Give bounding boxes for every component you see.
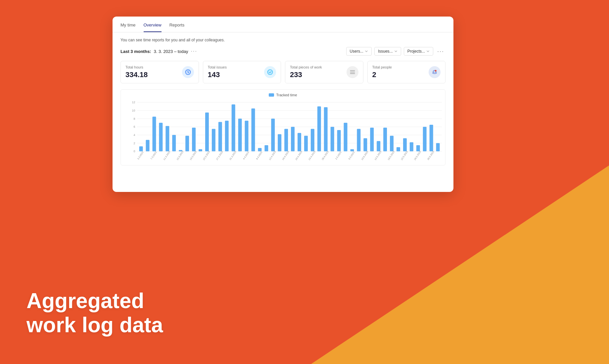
chart-bar xyxy=(245,121,249,151)
svg-text:20.4.2023: 20.4.2023 xyxy=(295,151,303,160)
svg-text:19.3.2023: 19.3.2023 xyxy=(189,151,197,160)
legend-color-box xyxy=(269,93,274,97)
chart-bar xyxy=(383,128,387,151)
chart-bar xyxy=(185,136,189,151)
chart-bar xyxy=(357,129,360,151)
chart-bar xyxy=(304,136,308,151)
chart-bar xyxy=(410,142,413,151)
stat-pieces-label: Total pieces of work xyxy=(290,65,322,69)
svg-text:10.5.2023: 10.5.2023 xyxy=(361,151,368,160)
chart-bar xyxy=(218,122,222,151)
stats-row: Total hours 334.18 Total issues 143 xyxy=(120,61,445,83)
users-filter-label: Users... xyxy=(350,49,363,54)
svg-text:3.3.2023: 3.3.2023 xyxy=(137,151,144,160)
stat-pieces-value: 233 xyxy=(290,70,322,79)
stat-people-value: 2 xyxy=(372,70,392,79)
svg-text:2.5.2023: 2.5.2023 xyxy=(335,151,342,160)
stat-card-issues: Total issues 143 xyxy=(203,61,281,83)
chart-bar xyxy=(238,119,242,152)
clock-icon xyxy=(182,66,194,78)
date-range-value: 3. 3. 2023 – today xyxy=(154,49,188,54)
stat-card-people: Total people 2 xyxy=(367,61,446,83)
svg-text:2: 2 xyxy=(133,141,135,145)
svg-text:23.3.2023: 23.3.2023 xyxy=(203,151,210,160)
svg-text:4.4.2023: 4.4.2023 xyxy=(243,151,250,160)
chevron-down-icon xyxy=(426,50,430,53)
stat-people-info: Total people 2 xyxy=(372,65,392,79)
chart-bar xyxy=(225,121,229,151)
stat-card-pieces: Total pieces of work 233 xyxy=(285,61,363,83)
chart-bar xyxy=(397,147,400,151)
svg-text:18.5.2023: 18.5.2023 xyxy=(387,151,395,160)
stat-card-hours: Total hours 334.18 xyxy=(120,61,199,83)
stat-issues-info: Total issues 143 xyxy=(208,65,227,79)
svg-text:30.5.2023: 30.5.2023 xyxy=(427,151,435,160)
chart-bar xyxy=(284,129,288,151)
date-prefix: Last 3 months: xyxy=(120,49,151,54)
chart-bar xyxy=(192,128,196,151)
svg-text:16.4.2023: 16.4.2023 xyxy=(282,151,289,160)
chart-svg-container: 0 2 4 6 8 10 12 3.3.20237.3.202311.3.202… xyxy=(124,99,442,162)
chart-area: Tracked time 0 2 4 6 8 xyxy=(120,89,445,165)
users-filter-button[interactable]: Users... xyxy=(346,47,372,56)
headline-line2: work log data xyxy=(26,313,163,338)
tab-reports[interactable]: Reports xyxy=(169,23,185,32)
tab-my-time[interactable]: My time xyxy=(120,23,136,32)
chart-bar xyxy=(317,107,321,152)
chart-bar xyxy=(165,126,169,151)
svg-text:8: 8 xyxy=(133,117,135,120)
subtitle-text: You can see time reports for you and all… xyxy=(120,38,445,42)
filter-buttons-group: Users... Issues... Projects... ··· xyxy=(346,47,445,56)
chart-bar xyxy=(251,109,255,151)
headline-line1: Aggregated xyxy=(26,289,163,313)
date-more-button[interactable]: ··· xyxy=(191,48,197,54)
svg-rect-4 xyxy=(350,70,355,71)
issues-filter-label: Issues... xyxy=(378,49,393,54)
date-range: Last 3 months: 3. 3. 2023 – today ··· xyxy=(120,48,197,54)
chart-bar xyxy=(271,119,275,152)
svg-text:28.4.2023: 28.4.2023 xyxy=(321,151,329,160)
chart-bar xyxy=(311,129,314,151)
svg-text:14.5.2023: 14.5.2023 xyxy=(374,151,382,160)
svg-text:24.4.2023: 24.4.2023 xyxy=(308,151,316,160)
check-icon xyxy=(264,66,276,78)
chart-bar xyxy=(331,127,334,151)
bottom-headline: Aggregated work log data xyxy=(26,289,163,338)
chart-bar xyxy=(139,146,143,151)
chart-bar xyxy=(344,123,348,151)
chart-bar xyxy=(199,149,202,151)
chart-legend: Tracked time xyxy=(124,93,442,97)
filter-more-button[interactable]: ··· xyxy=(436,48,445,55)
tab-overview[interactable]: Overview xyxy=(144,23,162,32)
chart-bar xyxy=(291,127,295,151)
chart-bar xyxy=(298,133,301,151)
svg-text:27.3.2023: 27.3.2023 xyxy=(216,151,223,160)
svg-text:15.3.2023: 15.3.2023 xyxy=(176,151,184,160)
svg-text:10: 10 xyxy=(132,109,135,112)
chart-bar xyxy=(258,148,261,151)
svg-point-8 xyxy=(435,70,437,71)
legend-label: Tracked time xyxy=(276,93,297,97)
svg-text:8.4.2023: 8.4.2023 xyxy=(256,151,262,160)
chart-bar xyxy=(403,138,407,151)
chart-bar xyxy=(370,128,374,151)
chart-bar xyxy=(423,127,427,151)
list-icon xyxy=(347,66,358,78)
bar-chart-svg: 0 2 4 6 8 10 12 3.3.20237.3.202311.3.202… xyxy=(124,99,442,162)
stat-issues-value: 143 xyxy=(208,70,227,79)
svg-text:12.4.2023: 12.4.2023 xyxy=(268,151,276,160)
tab-bar: My time Overview Reports xyxy=(113,17,453,32)
stat-hours-label: Total hours xyxy=(125,65,148,69)
chart-bar xyxy=(152,116,156,151)
card-content: You can see time reports for you and all… xyxy=(113,32,453,171)
chart-bar xyxy=(159,123,163,151)
chart-bar xyxy=(146,140,150,152)
svg-text:4: 4 xyxy=(133,133,135,137)
issues-filter-button[interactable]: Issues... xyxy=(374,47,401,56)
filter-row: Last 3 months: 3. 3. 2023 – today ··· Us… xyxy=(120,47,445,56)
svg-rect-5 xyxy=(350,72,355,72)
stat-issues-label: Total issues xyxy=(208,65,227,69)
chart-bar xyxy=(363,138,367,151)
stat-hours-value: 334.18 xyxy=(125,70,148,79)
projects-filter-button[interactable]: Projects... xyxy=(404,47,433,56)
